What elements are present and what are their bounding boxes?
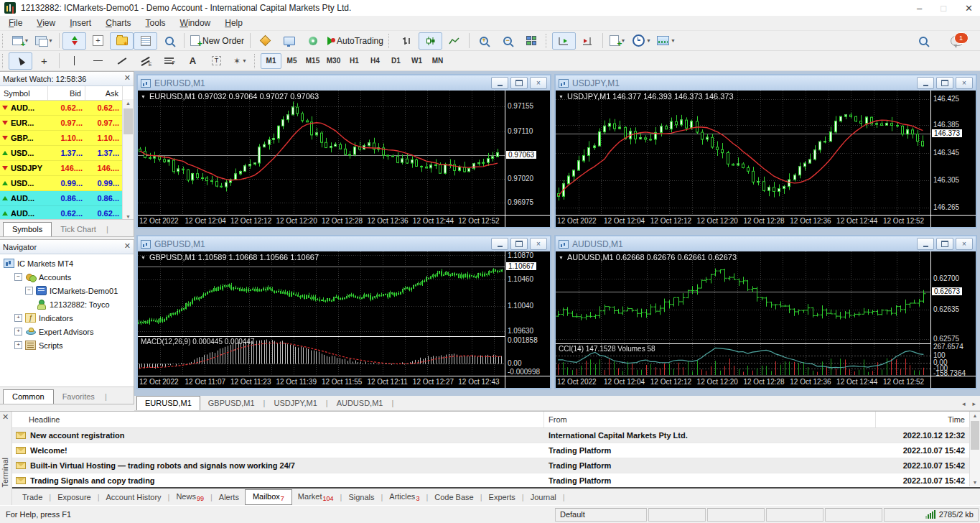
symbol-dropdown-icon[interactable]: ▼ xyxy=(559,94,564,99)
terminal-tab-experts[interactable]: Experts xyxy=(483,491,521,504)
column-symbol[interactable]: Symbol xyxy=(0,86,48,100)
tab-scroll-right-icon[interactable]: ▸ xyxy=(972,400,976,407)
expand-icon[interactable]: + xyxy=(14,328,22,335)
terminal-tab-trade[interactable]: Trade xyxy=(17,491,48,504)
close-icon[interactable]: ✕ xyxy=(124,73,131,83)
autotrading-button[interactable]: AutoTrading xyxy=(325,32,386,50)
terminal-tab-market[interactable]: Market104 xyxy=(292,490,340,504)
chart-tab-gbpusd-m1[interactable]: GBPUSD,M1 xyxy=(200,397,263,410)
market-watch-row[interactable]: USD...1.37...1.37... xyxy=(0,146,123,161)
tab-scroll-left-icon[interactable]: ◂ xyxy=(962,400,966,407)
virtual-hosting-button[interactable] xyxy=(277,32,301,50)
restore-button[interactable] xyxy=(510,77,528,89)
new-chart-button[interactable]: +▼ xyxy=(9,32,32,50)
timeframe-h1-button[interactable]: H1 xyxy=(344,53,365,69)
window-close-button[interactable]: ✕ xyxy=(965,3,973,14)
scrollbar-thumb[interactable] xyxy=(123,108,133,134)
chart-candles-button[interactable] xyxy=(419,32,442,50)
tab-common[interactable]: Common xyxy=(3,389,54,404)
close-button[interactable]: × xyxy=(530,77,547,89)
equidistant-channel-button[interactable]: E xyxy=(134,52,157,70)
zoom-in-button[interactable]: + xyxy=(472,32,496,50)
navigator-item-expert-advisors[interactable]: +Expert Advisors xyxy=(0,325,134,338)
terminal-tab-mailbox[interactable]: Mailbox7 xyxy=(245,489,292,505)
mail-row[interactable]: Welcome!Trading Platform2022.10.07 15:42 xyxy=(12,443,969,458)
column-time[interactable]: Time xyxy=(876,415,969,424)
column-from[interactable]: From xyxy=(544,412,876,427)
terminal-toggle-button[interactable] xyxy=(134,32,157,50)
price-chart-canvas[interactable] xyxy=(138,251,505,336)
window-minimize-button[interactable]: – xyxy=(917,3,922,14)
add-indicator-button[interactable]: ▼ xyxy=(606,32,630,50)
close-button[interactable]: × xyxy=(530,238,547,250)
minimize-button[interactable] xyxy=(917,77,934,89)
restore-button[interactable] xyxy=(936,238,953,250)
scroll-down-icon[interactable]: ▼ xyxy=(970,478,980,486)
collapse-icon[interactable]: − xyxy=(25,287,33,295)
restore-button[interactable] xyxy=(510,238,528,250)
data-window-toggle-button[interactable]: + xyxy=(86,32,110,50)
close-button[interactable]: × xyxy=(956,77,973,89)
signals-button[interactable] xyxy=(301,32,325,50)
timeframe-h4-button[interactable]: H4 xyxy=(365,53,386,69)
terminal-tab-code-base[interactable]: Code Base xyxy=(429,491,479,504)
minimize-button[interactable] xyxy=(491,77,508,89)
chart-shift-button[interactable] xyxy=(576,32,599,50)
crosshair-button[interactable]: + xyxy=(32,52,56,70)
timeframe-m5-button[interactable]: M5 xyxy=(281,53,302,69)
new-order-button[interactable]: New Order xyxy=(187,32,247,50)
menu-insert[interactable]: Insert xyxy=(62,16,98,30)
search-button[interactable] xyxy=(911,32,935,50)
timeframe-m15-button[interactable]: M15 xyxy=(302,53,323,69)
chart-tab-usdjpy-m1[interactable]: USDJPY,M1 xyxy=(266,397,325,410)
shapes-button[interactable]: ✶▼ xyxy=(228,52,252,70)
expand-icon[interactable]: + xyxy=(14,341,22,349)
market-watch-row[interactable]: AUD...0.86...0.86... xyxy=(0,191,123,206)
chart-window-titlebar[interactable]: AUDUSD,M1 × xyxy=(556,236,976,251)
price-chart-canvas[interactable] xyxy=(556,91,930,215)
close-icon[interactable]: ✕ xyxy=(2,412,9,422)
text-label-button[interactable]: T xyxy=(205,52,228,70)
tab-symbols[interactable]: Symbols xyxy=(3,222,52,236)
horizontal-line-button[interactable] xyxy=(86,52,110,70)
restore-button[interactable] xyxy=(936,77,953,89)
column-headline[interactable]: Headline xyxy=(12,412,544,427)
vertical-line-button[interactable] xyxy=(62,52,86,70)
menu-help[interactable]: Help xyxy=(218,16,250,30)
close-icon[interactable]: ✕ xyxy=(124,241,131,251)
scroll-up-icon[interactable]: ▲ xyxy=(123,99,134,107)
navigator-titlebar[interactable]: Navigator ✕ xyxy=(0,240,134,254)
terminal-tab-exposure[interactable]: Exposure xyxy=(52,491,96,504)
column-bid[interactable]: Bid xyxy=(48,86,85,100)
symbol-dropdown-icon[interactable]: ▼ xyxy=(141,255,146,260)
expand-icon[interactable]: + xyxy=(14,314,22,322)
tab-tick-chart[interactable]: Tick Chart xyxy=(52,223,105,236)
menu-view[interactable]: View xyxy=(29,16,62,30)
chart-window-gbpusd[interactable]: GBPUSD,M1 × ▼GBPUSD,M1 1.10589 1.10668 1… xyxy=(136,235,551,389)
chart-tab-audusd-m1[interactable]: AUDUSD,M1 xyxy=(329,397,391,410)
scrollbar-thumb[interactable] xyxy=(971,421,979,450)
timeframe-w1-button[interactable]: W1 xyxy=(406,53,427,69)
zoom-out-button[interactable]: − xyxy=(496,32,520,50)
menu-charts[interactable]: Charts xyxy=(98,16,138,30)
chart-bars-button[interactable] xyxy=(395,32,419,50)
toolbar-grip[interactable] xyxy=(388,34,392,48)
navigator-item-ic-markets-mt4[interactable]: IC Markets MT4 xyxy=(0,256,134,270)
timeframe-m1-button[interactable]: M1 xyxy=(261,53,281,69)
status-profile[interactable]: Default xyxy=(555,508,647,522)
timeframe-m30-button[interactable]: M30 xyxy=(323,53,344,69)
terminal-tab-alerts[interactable]: Alerts xyxy=(213,491,245,504)
menu-file[interactable]: File xyxy=(1,16,29,30)
menu-tools[interactable]: Tools xyxy=(139,16,173,30)
price-chart-canvas[interactable] xyxy=(138,91,505,215)
navigator-item-accounts[interactable]: −Accounts xyxy=(0,270,134,284)
auto-scroll-button[interactable] xyxy=(552,32,576,50)
minimize-button[interactable] xyxy=(491,238,508,250)
window-maximize-button[interactable]: □ xyxy=(941,3,946,14)
market-watch-row[interactable]: AUD...0.62...0.62... xyxy=(0,101,123,116)
market-watch-row[interactable]: GBP...1.10...1.10... xyxy=(0,131,123,146)
navigator-item-12132882-toyco[interactable]: 12132882: Toyco xyxy=(0,297,134,311)
tile-windows-button[interactable] xyxy=(520,32,543,50)
templates-button[interactable]: ▼ xyxy=(654,32,678,50)
timeframe-mn-button[interactable]: MN xyxy=(427,53,448,69)
